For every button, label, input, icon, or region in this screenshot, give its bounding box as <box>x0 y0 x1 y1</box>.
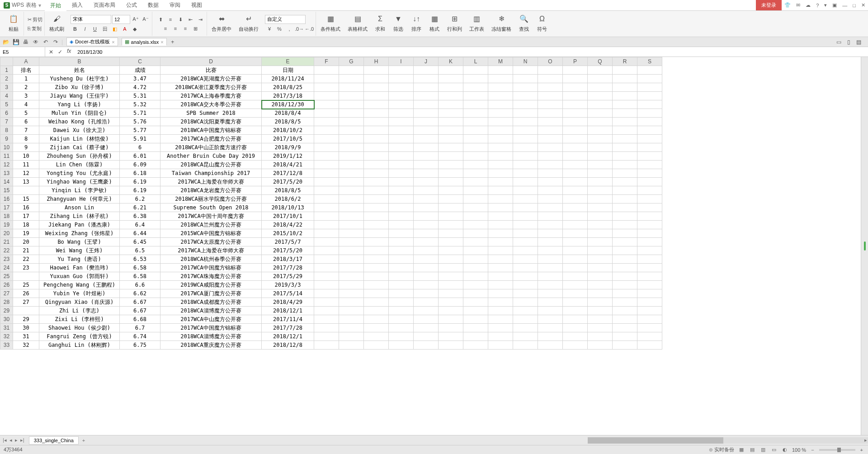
cell[interactable]: 2018/10/2 <box>262 126 314 135</box>
cell[interactable]: Jiekang Pan (潘杰康) <box>39 221 120 229</box>
cell[interactable]: Haowei Fan (樊浩玮) <box>39 264 120 272</box>
cell[interactable]: Zhouheng Sun (孙舟横) <box>39 152 120 161</box>
cell[interactable]: 18 <box>13 221 39 229</box>
cell[interactable]: 26 <box>13 289 39 298</box>
accept-formula-icon[interactable]: ✓ <box>56 48 64 56</box>
cell[interactable] <box>314 238 339 246</box>
cell[interactable]: 2017WCA上海爱在华师大赛 <box>160 178 262 186</box>
cell[interactable] <box>439 246 463 255</box>
cell[interactable] <box>563 161 588 169</box>
cell[interactable] <box>563 255 588 264</box>
cell[interactable] <box>613 152 637 161</box>
cell[interactable] <box>563 272 588 281</box>
cell[interactable] <box>637 324 662 332</box>
cell[interactable] <box>513 126 538 135</box>
cell[interactable] <box>439 315 463 324</box>
cell[interactable] <box>637 315 662 324</box>
cell[interactable] <box>314 92 339 100</box>
cell[interactable]: 2018/6/2 <box>262 195 314 203</box>
col-header-H[interactable]: H <box>364 57 389 66</box>
cell[interactable] <box>563 332 588 341</box>
cell[interactable]: 2019/1/12 <box>262 152 314 161</box>
cell[interactable] <box>538 118 563 126</box>
cell[interactable] <box>389 152 414 161</box>
decrease-font-icon[interactable]: A⁻ <box>141 15 150 23</box>
cell[interactable] <box>588 118 613 126</box>
cell[interactable] <box>613 186 637 195</box>
cell[interactable] <box>314 246 339 255</box>
cell[interactable] <box>389 178 414 186</box>
cell[interactable] <box>513 298 538 307</box>
cell[interactable]: 2018/8/5 <box>262 118 314 126</box>
cell[interactable]: 2017WCA上海爱在华师大赛 <box>160 246 262 255</box>
cell[interactable] <box>339 178 364 186</box>
cell[interactable] <box>339 92 364 100</box>
cell[interactable] <box>314 75 339 83</box>
cell[interactable] <box>463 161 488 169</box>
cell[interactable]: 日期 <box>262 66 314 75</box>
cell[interactable] <box>364 332 389 341</box>
cell[interactable] <box>513 83 538 92</box>
cell[interactable] <box>414 332 439 341</box>
cell[interactable] <box>439 143 463 152</box>
cell[interactable] <box>588 264 613 272</box>
cell[interactable]: 4 <box>13 100 39 109</box>
cell[interactable] <box>339 135 364 143</box>
increase-font-icon[interactable]: A⁺ <box>131 15 140 23</box>
cell[interactable] <box>364 109 389 118</box>
cell[interactable] <box>414 152 439 161</box>
login-status[interactable]: 未登录 <box>756 0 782 10</box>
cell[interactable] <box>637 307 662 315</box>
dec-decimal-icon[interactable]: ←.0 <box>305 25 314 33</box>
cell[interactable] <box>339 143 364 152</box>
cell[interactable] <box>463 66 488 75</box>
cell[interactable] <box>414 83 439 92</box>
cell[interactable] <box>314 264 339 272</box>
cell[interactable] <box>414 246 439 255</box>
cell[interactable] <box>314 332 339 341</box>
cell[interactable]: Zhi Li (李志) <box>39 307 120 315</box>
cell[interactable] <box>439 221 463 229</box>
cell[interactable]: 2017/5/29 <box>262 272 314 281</box>
cell[interactable] <box>414 178 439 186</box>
cell[interactable] <box>637 126 662 135</box>
cell[interactable]: 2018/3/17 <box>262 255 314 264</box>
cell[interactable] <box>364 75 389 83</box>
col-header-P[interactable]: P <box>563 57 588 66</box>
cell[interactable] <box>613 66 637 75</box>
cell[interactable] <box>339 272 364 281</box>
cell[interactable]: 4.72 <box>120 83 160 92</box>
view-mode-2-icon[interactable]: ▯ <box>844 38 853 46</box>
hscroll-thumb[interactable] <box>588 437 723 444</box>
cell[interactable] <box>339 195 364 203</box>
cond-format-button[interactable]: ▦条件格式 <box>318 14 343 33</box>
cell[interactable] <box>488 341 513 350</box>
worksheet-button[interactable]: ▥工作表 <box>467 14 487 33</box>
row-header[interactable]: 25 <box>0 272 13 281</box>
cell[interactable] <box>588 341 613 350</box>
cell[interactable]: 5.32 <box>120 100 160 109</box>
cell[interactable] <box>439 178 463 186</box>
cell[interactable] <box>563 229 588 238</box>
cell[interactable]: 6.6 <box>120 281 160 289</box>
bold-button[interactable]: B <box>71 25 80 33</box>
cell[interactable] <box>414 203 439 212</box>
cell[interactable] <box>613 298 637 307</box>
cell[interactable] <box>588 315 613 324</box>
cell[interactable] <box>563 341 588 350</box>
row-header[interactable]: 26 <box>0 281 13 289</box>
cell[interactable]: 2018/8/4 <box>262 109 314 118</box>
cell[interactable]: 2018WCA重庆魔方公开赛 <box>160 341 262 350</box>
cell[interactable] <box>439 195 463 203</box>
cell[interactable]: 5.31 <box>120 92 160 100</box>
row-header[interactable]: 31 <box>0 324 13 332</box>
cell[interactable]: Yubin Ye (叶煜彬) <box>39 289 120 298</box>
cell[interactable] <box>463 212 488 221</box>
cell[interactable] <box>588 332 613 341</box>
cell[interactable] <box>488 272 513 281</box>
cell[interactable] <box>314 100 339 109</box>
cell[interactable] <box>414 255 439 264</box>
cell[interactable] <box>439 109 463 118</box>
cell[interactable] <box>488 92 513 100</box>
row-header[interactable]: 3 <box>0 83 13 92</box>
